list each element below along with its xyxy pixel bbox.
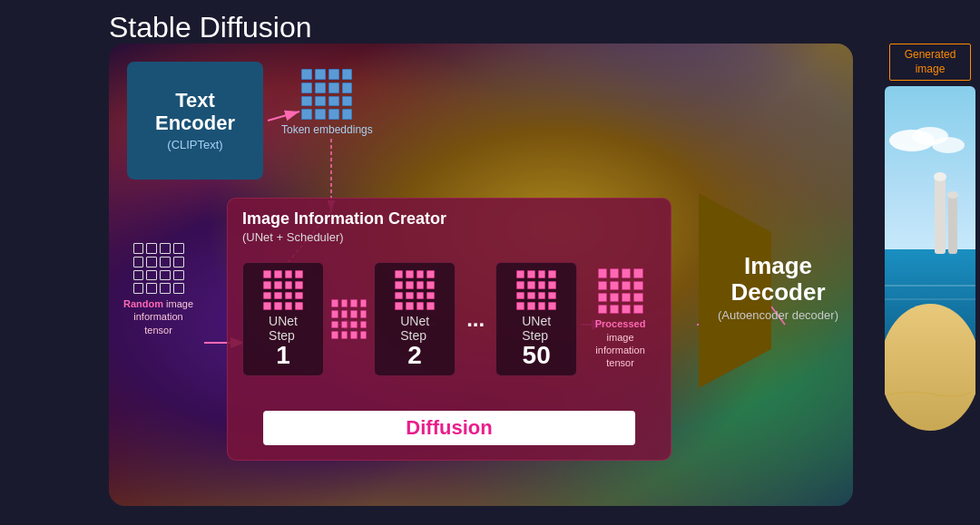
grid-cell [301,69,312,80]
text-encoder-title: TextEncoder [155,90,235,133]
grid-cell [342,69,353,80]
grid-cell [538,270,546,278]
grid-cell [160,270,171,281]
grid-cell [406,281,414,289]
grid-cell [598,293,607,302]
generated-image-panel: Generated image [880,44,980,431]
unet-steps-row: UNetStep 1 [228,255,671,384]
grid-cell [342,83,353,93]
grid-cell [274,292,282,300]
image-decoder-title: ImageDecoder [730,253,825,305]
grid-cell [516,281,524,289]
grid-cell [133,243,144,254]
processed-highlight: Processed [595,318,646,329]
diffusion-label: Diffusion [406,416,492,439]
grid-cell [315,96,326,107]
unet-step-50-num: 50 [523,343,551,368]
grid-cell [285,302,293,310]
grid-cell [395,281,403,289]
grid-cell [341,331,348,339]
grid-cell [548,270,556,278]
grid-cell [295,292,303,300]
grid-cell [301,83,312,93]
unet-step-1-num: 1 [276,343,290,368]
grid-cell [406,292,414,300]
grid-cell [527,281,535,289]
grid-cell [395,302,403,310]
inter-step-grid-1 [331,299,367,339]
image-info-creator: Image Information Creator (UNet + Schedu… [227,198,671,461]
unet-step-50: UNetStep 50 [495,262,577,376]
random-tensor-area: Random imageinformationtensor [123,243,193,336]
random-tensor-label: Random imageinformationtensor [123,297,193,336]
grid-cell [350,321,358,329]
grid-cell [633,281,642,290]
grid-cell [598,281,607,290]
grid-cell [133,257,144,267]
dots-separator: ... [463,306,488,332]
unet-step-2-label: UNetStep [400,314,429,343]
grid-cell [133,283,144,294]
svg-point-21 [885,304,975,431]
grid-cell [295,281,303,289]
grid-cell [341,321,348,329]
generated-image-label: Generated image [889,44,971,81]
grid-cell [173,283,184,294]
grid-cell [263,302,271,310]
grid-cell [331,299,338,307]
grid-cell [516,302,524,310]
grid-cell [331,310,338,318]
grid-cell [315,109,326,120]
svg-rect-17 [935,177,946,254]
grid-cell [295,270,303,278]
grid-cell [160,243,171,254]
grid-cell [328,109,339,120]
unet-step-50-label: UNetStep [522,314,551,343]
grid-cell [328,69,339,80]
unet-step-1: UNetStep 1 [242,262,324,376]
grid-cell [610,305,619,314]
random-tensor-grid [133,243,184,294]
grid-cell [173,257,184,267]
grid-cell [416,302,425,310]
grid-cell [301,109,312,120]
grid-cell [406,302,414,310]
grid-cell [406,270,414,278]
grid-cell [328,96,339,107]
image-decoder-block: ImageDecoder (Autoencoder decoder) [712,189,844,388]
grid-cell [516,292,524,300]
grid-cell [622,281,631,290]
page-title: Stable Diffusion [109,11,312,44]
grid-cell [315,83,326,93]
unet-step-2-grid [395,270,435,310]
grid-cell [426,292,435,300]
grid-cell [622,293,631,302]
grid-cell [285,292,293,300]
grid-cell [350,310,358,318]
grid-cell [331,321,338,329]
unet-step-50-grid [516,270,556,310]
grid-cell [173,270,184,281]
grid-cell [285,270,293,278]
grid-cell [146,243,157,254]
grid-cell [527,292,535,300]
grid-cell [633,293,642,302]
grid-cell [598,305,607,314]
grid-cell [274,302,282,310]
grid-cell [146,257,157,267]
grid-cell [527,270,535,278]
grid-cell [350,331,358,339]
grid-cell [146,283,157,294]
image-decoder-subtitle: (Autoencoder decoder) [718,308,838,324]
unet-step-1-grid [263,270,303,310]
grid-cell [263,270,271,278]
grid-cell [622,305,631,314]
processed-tensor-label: Processed imageinformationtensor [584,317,656,369]
text-encoder-subtitle: (CLIPText) [167,138,222,151]
grid-cell [426,302,435,310]
grid-cell [331,331,338,339]
grid-cell [173,243,184,254]
grid-cell [426,281,435,289]
grid-cell [360,299,368,307]
grid-cell [426,270,435,278]
